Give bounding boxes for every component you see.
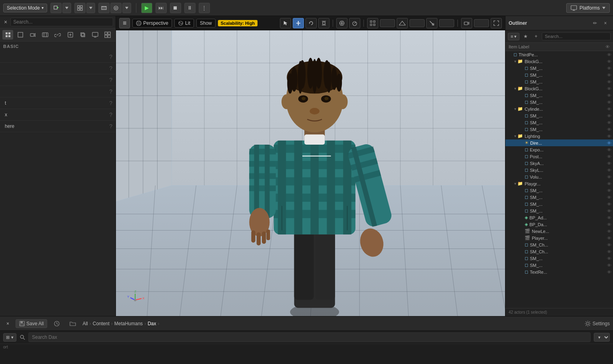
tree-visibility-toggle[interactable]: 👁 <box>607 141 611 145</box>
help-icon-5[interactable]: ? <box>109 100 112 106</box>
tree-item[interactable]: ◻SM_...👁 <box>505 201 613 207</box>
tree-visibility-toggle[interactable]: 👁 <box>607 66 611 71</box>
tree-item[interactable]: ▾📁BlockG...👁 <box>505 85 613 92</box>
angle-snap-button[interactable] <box>397 18 408 28</box>
outliner-filter-button[interactable]: ≡ ▾ <box>508 33 519 40</box>
tree-visibility-toggle[interactable]: 👁 <box>607 59 611 64</box>
tree-item[interactable]: ◻SkyL...👁 <box>505 167 613 173</box>
project-settings-button[interactable] <box>98 3 110 13</box>
tree-item[interactable]: ◻SM_...👁 <box>505 187 613 194</box>
tab-media[interactable] <box>40 30 51 40</box>
help-icon-3[interactable]: ? <box>109 77 112 83</box>
tab-shapes[interactable] <box>15 30 26 40</box>
breadcrumb-all[interactable]: All <box>82 321 88 326</box>
tab-blueprint[interactable] <box>65 30 76 40</box>
tree-item[interactable]: ◻TextRe...👁 <box>505 269 613 275</box>
play-step-button[interactable]: ⏭ <box>156 3 167 13</box>
history-back-button[interactable] <box>50 319 63 328</box>
tab-link[interactable] <box>52 30 63 40</box>
grid-snap-button[interactable] <box>367 18 378 28</box>
stop-button[interactable]: ⏹ <box>170 3 181 13</box>
tree-visibility-toggle[interactable]: 👁 <box>607 229 611 234</box>
tree-visibility-toggle[interactable]: 👁 <box>607 236 611 241</box>
content-browser-button[interactable] <box>74 3 86 13</box>
help-icon-2[interactable]: ? <box>109 65 112 72</box>
outliner-search-input[interactable] <box>542 32 611 40</box>
perspective-button[interactable]: Perspective <box>132 19 172 28</box>
help-icon-1[interactable]: ? <box>109 54 112 60</box>
outliner-tree[interactable]: ◻ThirdPe...👁▾📁BlockG...👁◻SM_...👁◻SM_...👁… <box>505 51 613 308</box>
rotate-button[interactable] <box>306 18 317 28</box>
tree-item[interactable]: ▾📁Playgr...👁 <box>505 180 613 187</box>
film-dropdown-button[interactable] <box>110 3 122 13</box>
tab-all[interactable] <box>2 30 13 40</box>
outliner-close-button[interactable]: × <box>601 19 610 28</box>
tree-item[interactable]: 🎬NewLe...👁 <box>505 228 613 235</box>
left-panel-close-button[interactable]: × <box>2 18 9 26</box>
camera-speed-button[interactable] <box>349 18 360 28</box>
tree-item[interactable]: ◻SM_Ch...👁 <box>505 241 613 248</box>
tree-item[interactable]: ◻SM_Ch...👁 <box>505 248 613 255</box>
tree-visibility-toggle[interactable]: 👁 <box>607 100 611 105</box>
tree-visibility-toggle[interactable]: 👁 <box>607 175 611 179</box>
scale-snap-input[interactable]: 10 <box>439 19 454 27</box>
viewport-canvas[interactable]: X Y Z <box>116 30 505 316</box>
tree-item[interactable]: ◻SM_...👁 <box>505 92 613 99</box>
show-button[interactable]: Show <box>196 19 216 28</box>
tree-visibility-toggle[interactable]: 👁 <box>607 243 611 247</box>
star-filter-button[interactable]: ★ <box>521 32 530 41</box>
scale-snap-button[interactable] <box>426 18 437 28</box>
add-actor-button[interactable] <box>50 3 62 13</box>
tree-item[interactable]: ◻SM_...👁 <box>505 99 613 105</box>
list-item[interactable]: ? <box>0 86 116 97</box>
tree-visibility-toggle[interactable]: 👁 <box>607 249 611 254</box>
tab-expand[interactable] <box>102 30 113 40</box>
camera-input[interactable]: 1 <box>474 19 489 27</box>
tree-item[interactable]: ◻SM_...👁 <box>505 119 613 126</box>
tree-item[interactable]: ◻SM_...👁 <box>505 126 613 133</box>
help-icon-7[interactable]: ? <box>109 123 112 129</box>
bottom-close-button[interactable]: × <box>3 320 12 328</box>
help-icon-4[interactable]: ? <box>109 88 112 95</box>
tree-visibility-toggle[interactable]: 👁 <box>607 195 611 200</box>
pen-icon-button[interactable]: ✏ <box>591 19 599 28</box>
tree-item[interactable]: ▾📁Lighting👁 <box>505 133 613 139</box>
tree-item[interactable]: ◻SM_...👁 <box>505 207 613 214</box>
pause-button[interactable]: ⏸ <box>184 3 196 13</box>
tree-visibility-toggle[interactable]: 👁 <box>607 202 611 207</box>
play-button[interactable]: ▶ <box>141 3 152 13</box>
tree-visibility-toggle[interactable]: 👁 <box>607 134 611 139</box>
settings-button[interactable]: Settings <box>585 320 610 327</box>
tree-visibility-toggle[interactable]: 👁 <box>607 107 611 111</box>
list-item[interactable]: ? <box>0 63 116 74</box>
tab-copy[interactable] <box>77 30 88 40</box>
tree-item[interactable]: ◈BP_Da...👁 <box>505 221 613 228</box>
tree-visibility-toggle[interactable]: 👁 <box>607 161 611 166</box>
select-mode-button[interactable] <box>280 18 291 28</box>
folder-icon-button[interactable] <box>66 319 79 328</box>
list-item[interactable]: here ? <box>0 121 116 132</box>
breadcrumb-content[interactable]: Content <box>93 321 110 326</box>
tree-item[interactable]: ◻SM_...👁 <box>505 194 613 201</box>
tree-item[interactable]: ◻SM_...👁 <box>505 65 613 72</box>
tree-visibility-toggle[interactable]: 👁 <box>607 168 611 173</box>
tree-visibility-toggle[interactable]: 👁 <box>607 209 611 213</box>
tree-visibility-toggle[interactable]: 👁 <box>607 222 611 227</box>
tree-visibility-toggle[interactable]: 👁 <box>607 73 611 78</box>
content-dropdown-button[interactable] <box>86 3 95 13</box>
panel-search-input[interactable] <box>10 18 113 26</box>
settings-dropdown-button[interactable] <box>122 3 131 13</box>
more-button[interactable]: ⋮ <box>199 3 210 13</box>
tree-visibility-toggle[interactable]: 👁 <box>607 86 611 91</box>
tree-visibility-toggle[interactable]: 👁 <box>607 93 611 98</box>
tree-item[interactable]: ◻SkyA...👁 <box>505 160 613 167</box>
tree-visibility-toggle[interactable]: 👁 <box>607 215 611 220</box>
tree-item[interactable]: ◻SM_...👁 <box>505 72 613 78</box>
search-icon-button[interactable] <box>20 334 25 340</box>
help-icon-6[interactable]: ? <box>109 111 112 118</box>
tree-item[interactable]: ◻SM_...👁 <box>505 112 613 119</box>
list-item[interactable]: x ? <box>0 109 116 121</box>
bottom-search-input[interactable] <box>28 332 591 342</box>
tree-item[interactable]: ◻ThirdPe...👁 <box>505 51 613 58</box>
selection-mode-button[interactable]: Selection Mode ▾ <box>3 4 47 12</box>
